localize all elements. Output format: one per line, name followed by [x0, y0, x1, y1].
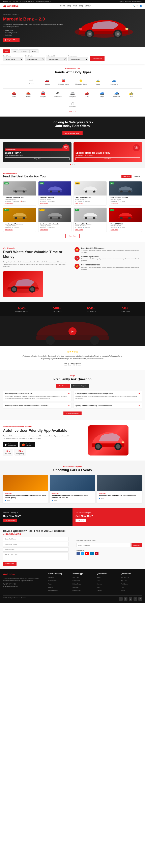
view-details-5[interactable]: View Details — [5, 229, 13, 230]
submit-listing-link[interactable]: Submit Listing — [132, 1, 142, 2]
footer-link-team[interactable]: Team — [48, 583, 52, 585]
brand-item-ferrari[interactable]: 🏎 Ferrari — [24, 77, 38, 86]
feedback-name-input[interactable] — [3, 537, 69, 541]
body-type-sport[interactable]: 🏎 Sport-Coupe — [51, 90, 65, 98]
body-type-wagon[interactable]: 🚙 Wagon — [95, 90, 108, 98]
feedback-message-input[interactable] — [3, 553, 69, 560]
footer-twitter-icon[interactable]: t — [124, 597, 127, 601]
nav-home[interactable]: Home — [60, 5, 65, 7]
nav-shop[interactable]: Shop — [67, 5, 71, 7]
footer-link-suv[interactable]: SUV Cars — [72, 577, 79, 578]
view-details-2[interactable]: View Details — [40, 203, 48, 204]
footer-link-electric[interactable]: Electric Cars — [72, 590, 80, 591]
footer-link-sport[interactable]: Sport Cars — [72, 587, 79, 588]
brand-item-mercedes[interactable]: ⭐ Mercedes-Benz — [73, 77, 89, 86]
linkedin-button[interactable]: in — [90, 552, 94, 555]
view-details-4[interactable]: View Details — [111, 203, 118, 204]
brand-item-nissan[interactable]: 🚗 Nissan — [40, 77, 54, 86]
see-all-link[interactable]: See All + — [3, 111, 142, 113]
subscribe-button[interactable]: Subscribe — [131, 543, 142, 547]
brand-select[interactable]: Select Brand Ferrari Toyota BMW — [3, 57, 23, 61]
feedback-submit-button[interactable]: Submit Now — [3, 562, 17, 566]
body-type-coup[interactable]: 🚗 Coup — [81, 90, 94, 98]
body-type-pickup[interactable]: 🛻 Pickup — [22, 90, 35, 98]
footer-facebook-icon[interactable]: f — [119, 597, 123, 601]
feedback-email-input[interactable] — [3, 542, 69, 546]
signup-link[interactable]: Sign Up — [125, 1, 130, 2]
view-details-3[interactable]: View Details — [75, 203, 83, 204]
type-select[interactable]: Select Model — [47, 57, 67, 61]
search-icon[interactable]: 🔍 — [133, 5, 135, 7]
body-type-sedan[interactable]: 🚗 Sedan — [7, 90, 20, 98]
tab-buy[interactable]: Buy — [3, 50, 10, 53]
pinterest-button[interactable]: P — [95, 552, 98, 555]
dot-3[interactable] — [74, 164, 75, 165]
footer-link-faq[interactable]: FAQ — [121, 587, 124, 588]
footer-link-sell[interactable]: Sell Your Car — [121, 577, 129, 578]
footer-pinterest-icon[interactable]: P — [138, 597, 142, 601]
view-details-6[interactable]: View Details — [40, 229, 48, 230]
footer-link-services[interactable]: Our Services — [48, 580, 56, 582]
model-select[interactable]: Select Model — [25, 57, 45, 61]
explore-autohive-button[interactable]: Explore Autohive — [64, 411, 81, 415]
footer-link-pickup[interactable]: Pickup Trucks — [72, 583, 81, 585]
faq-question-4[interactable]: Quickly fabricate technically sound sema… — [75, 404, 140, 407]
footer-link-sedan[interactable]: Sedan Cars — [72, 580, 80, 582]
twitter-button[interactable]: t — [81, 552, 84, 555]
banner-btn-right[interactable]: Shop Now — [75, 157, 140, 160]
footer-link-home[interactable]: Home — [97, 577, 100, 578]
search-cars-button[interactable]: Search Cars — [90, 56, 104, 61]
faq-question-3[interactable]: How long does it take a mechanic to insp… — [5, 404, 70, 407]
footer-link-press[interactable]: Press Releases — [48, 590, 58, 591]
sale-now-button[interactable]: Sale Now — [75, 519, 87, 522]
body-type-mpv[interactable]: 🚐 Family MPV — [66, 90, 79, 98]
faq-tab-technical[interactable]: Technical Support — [71, 384, 89, 388]
filter-latest[interactable]: Latest Car — [121, 175, 131, 178]
footer-link-awards[interactable]: Awards — [48, 587, 53, 588]
dot-2[interactable] — [72, 164, 73, 165]
youtube-button[interactable]: ▶ — [85, 552, 89, 555]
google-play-button[interactable]: ▶ Get it on Google Play — [3, 442, 18, 447]
filter-featured[interactable]: Featured — [133, 175, 142, 178]
footer-linkedin-icon[interactable]: in — [134, 597, 137, 601]
user-icon[interactable]: 👤 — [140, 5, 142, 7]
footer-link-about-q[interactable]: About — [97, 580, 100, 582]
signin-link[interactable]: Sign In — [118, 1, 123, 2]
tab-finance[interactable]: Finance — [19, 50, 29, 53]
body-type-convertible[interactable]: 🏎 Convertible — [66, 100, 79, 109]
explore-more-button[interactable]: ▶ Explore More — [3, 38, 20, 42]
tab-dealer[interactable]: Dealer — [29, 50, 39, 53]
body-type-compact[interactable]: 🚘 Compact — [37, 90, 50, 98]
dot-1[interactable] — [70, 164, 71, 165]
view-details-1[interactable]: View Details — [5, 203, 13, 204]
footer-link-buy[interactable]: Buy a Car — [121, 580, 127, 582]
footer-link-pricing[interactable]: Pricing — [121, 590, 125, 591]
facebook-button[interactable]: f — [76, 552, 80, 555]
view-more-button[interactable]: View More — [66, 234, 79, 238]
footer-link-about[interactable]: About Us — [48, 577, 54, 578]
view-details-7[interactable]: View Details — [75, 229, 83, 230]
footer-link-dealer[interactable]: Find Dealer — [121, 583, 128, 585]
advanced-car-offer-button[interactable]: Advanced Car Offer — [63, 131, 83, 135]
subscribe-input[interactable] — [76, 543, 130, 547]
faq-tab-car-feature[interactable]: Car Feature — [56, 384, 70, 388]
faq-question-2[interactable]: Compellingly administrate strategic thin… — [75, 393, 140, 395]
footer-link-blog[interactable]: Blog — [97, 587, 99, 588]
footer-youtube-icon[interactable]: ▶ — [129, 597, 132, 601]
body-type-suv[interactable]: 🚕 Suv — [125, 90, 138, 98]
body-type-crossover[interactable]: 🚙 Crossover — [110, 90, 123, 98]
nav-cars[interactable]: Cars — [73, 5, 77, 7]
app-store-button[interactable]: 🍎 Available on the App Store — [20, 442, 35, 447]
transmission-select[interactable]: Transmission Manual Automatic — [68, 57, 89, 61]
heart-icon[interactable]: ♡ — [137, 5, 138, 7]
nav-contact[interactable]: Contact — [85, 5, 91, 7]
brand-item-toyota[interactable]: 🚕 Toyota — [91, 77, 105, 86]
footer-link-services-q[interactable]: Services — [97, 583, 102, 585]
tab-sell[interactable]: Sell — [11, 50, 18, 53]
feedback-subject-input[interactable] — [3, 547, 69, 552]
banner-btn-left[interactable]: Shop Now — [5, 157, 70, 160]
faq-question-1[interactable]: Following done to make to start car? + — [5, 393, 70, 395]
brand-item-hyundai[interactable]: 🚘 Hyundai Motor — [56, 77, 71, 86]
brand-item-volkswagen[interactable]: 🚙 Volkswagen — [107, 77, 121, 86]
nav-blog[interactable]: Blog — [79, 5, 83, 7]
